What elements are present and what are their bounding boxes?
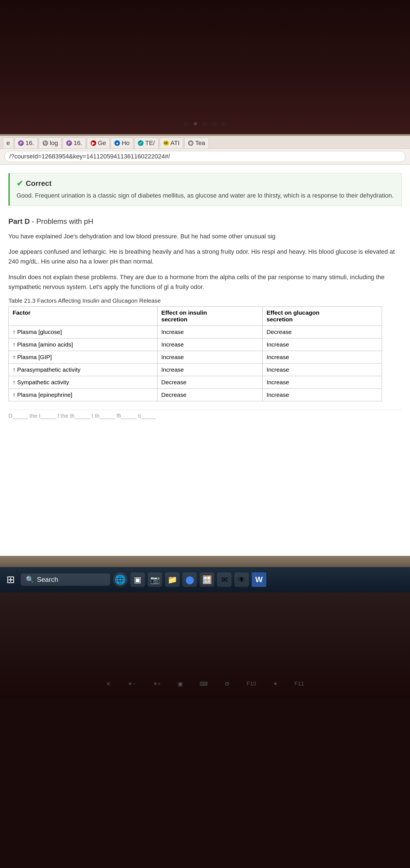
key-f10[interactable]: F10: [246, 680, 256, 687]
taskbar-mail-icon[interactable]: ✉: [217, 572, 232, 587]
correct-title: ✔ Correct: [17, 179, 394, 188]
camera-lens: [194, 122, 198, 126]
taskbar-chrome-icon[interactable]: ⬤: [182, 572, 197, 587]
browser-tabs: e P 16. ↻ log P 16. ▶ Ge ● Ho ✓ TE/ SE A…: [0, 136, 410, 149]
table-caption: Table 21.3 Factors Affecting Insulin and…: [8, 297, 402, 304]
tab-ho[interactable]: ● Ho: [111, 137, 133, 148]
taskbar-widget-icon[interactable]: 🌐: [113, 572, 127, 587]
tab-ho-label: Ho: [122, 140, 129, 147]
browser-content: ✔ Correct Good. Frequent urination is a …: [0, 164, 410, 556]
tab-te[interactable]: ✓ TE/: [134, 137, 158, 148]
tab-se-label: ATI: [171, 140, 180, 147]
camera-dot-1: [184, 122, 188, 126]
tab-yt[interactable]: ▶ Ge: [87, 137, 110, 148]
cell-glucagon-1: Increase: [263, 338, 382, 351]
partial-bottom-text: D_____ the t_____ f the th_____ t th____…: [8, 410, 402, 422]
video-icon: 📷: [150, 575, 160, 584]
tab-p2[interactable]: P 16.: [63, 137, 86, 148]
tab-log[interactable]: ↻ log: [39, 137, 61, 148]
correct-label: Correct: [26, 179, 52, 188]
table-header-row: Factor Effect on insulinsecretion Effect…: [9, 306, 382, 326]
tab-ho-icon: ●: [114, 140, 120, 146]
address-input[interactable]: /?courseId=12683954&key=1411205941136116…: [4, 151, 406, 162]
tab-te-label: TE/: [145, 140, 155, 147]
tab-log-icon: ↻: [42, 140, 48, 146]
cell-glucagon-0: Decrease: [263, 326, 382, 338]
tab-te-icon: ✓: [138, 140, 144, 146]
correct-banner: ✔ Correct Good. Frequent urination is a …: [8, 173, 402, 206]
tab-p2-label: 16.: [74, 140, 82, 147]
cell-glucagon-3: Increase: [263, 363, 382, 376]
laptop-top: [0, 0, 410, 134]
key-f11[interactable]: F11: [294, 680, 304, 687]
key-brightness-down[interactable]: ☀−: [127, 680, 136, 687]
taskbar-files-icon[interactable]: 📁: [165, 572, 180, 587]
chrome-icon: ⬤: [185, 575, 194, 584]
col-header-factor: Factor: [9, 306, 157, 326]
col-header-glucagon: Effect on glucagonsecretion: [263, 306, 382, 326]
part-d-bold: Part D: [8, 217, 30, 225]
store-icon: 🪟: [202, 575, 212, 584]
tab-e-label: e: [6, 140, 10, 147]
key-brightness-up[interactable]: ☀+: [153, 680, 161, 687]
tab-tea-icon: ⊕: [188, 140, 194, 146]
tab-p1[interactable]: P 16.: [14, 137, 38, 148]
cell-insulin-5: Decrease: [157, 389, 262, 401]
keyboard-function-row: ✕ ☀− ☀+ ▣ ⌨ ⚙ F10 ✦ F11: [0, 675, 410, 693]
body-paragraph-3: Insulin does not explain these problems.…: [8, 272, 402, 292]
camera-dot-2: [203, 122, 207, 126]
search-text: Search: [37, 576, 58, 584]
table-row: ↑ Plasma [glucose] Increase Decrease: [9, 326, 382, 338]
tab-se[interactable]: SE ATI: [160, 137, 183, 148]
part-d-rest: - Problems with pH: [30, 217, 93, 225]
tab-se-icon: SE: [163, 140, 169, 146]
correct-text: Good. Frequent urination is a classic si…: [17, 191, 394, 200]
cell-factor-0: ↑ Plasma [glucose]: [9, 326, 157, 338]
cell-insulin-4: Decrease: [157, 376, 262, 389]
windows-start-button[interactable]: ⊞: [3, 572, 18, 587]
col-header-insulin: Effect on insulinsecretion: [157, 306, 262, 326]
cell-insulin-1: Increase: [157, 338, 262, 351]
table-row: ↑ Sympathetic activity Decrease Increase: [9, 376, 382, 389]
cell-glucagon-2: Increase: [263, 351, 382, 363]
table-row: ↑ Plasma [epinephrine] Decrease Increase: [9, 389, 382, 401]
search-icon: 🔍: [26, 576, 34, 584]
body-paragraph-1: You have explained Joe's dehydration and…: [8, 231, 402, 241]
mail-icon: ✉: [221, 575, 228, 584]
factors-table: Factor Effect on insulinsecretion Effect…: [8, 306, 382, 401]
cell-factor-1: ↑ Plasma [amino acids]: [9, 338, 157, 351]
cell-glucagon-4: Increase: [263, 376, 382, 389]
taskbar-search-box[interactable]: 🔍 Search: [21, 574, 110, 586]
key-display[interactable]: ▣: [178, 680, 183, 687]
taskbar-word-icon[interactable]: W: [252, 572, 266, 587]
address-bar: /?courseId=12683954&key=1411205941136116…: [0, 149, 410, 164]
tab-tea[interactable]: ⊕ Tea: [184, 137, 209, 148]
tab-yt-label: Ge: [98, 140, 106, 147]
key-network[interactable]: ⌨: [200, 680, 208, 687]
table-row: ↑ Parasympathetic activity Increase Incr…: [9, 363, 382, 376]
cell-insulin-2: Increase: [157, 351, 262, 363]
tab-log-label: log: [50, 140, 58, 147]
taskbar-security-icon[interactable]: 👁: [234, 572, 249, 587]
folder-icon: 📁: [168, 575, 177, 584]
globe-icon: 🌐: [115, 574, 126, 585]
taskbar-taskview-icon[interactable]: ▣: [130, 572, 145, 587]
camera-dot-3: [212, 122, 216, 126]
screen-container: e P 16. ↻ log P 16. ▶ Ge ● Ho ✓ TE/ SE A…: [0, 134, 410, 556]
cell-factor-4: ↑ Sympathetic activity: [9, 376, 157, 389]
key-special-1[interactable]: ✕: [106, 680, 111, 687]
taskview-icon: ▣: [134, 575, 141, 584]
tab-e[interactable]: e: [3, 137, 13, 148]
taskbar-store-icon[interactable]: 🪟: [200, 572, 214, 587]
part-d-heading: Part D - Problems with pH: [8, 217, 402, 226]
taskbar: ⊞ 🔍 Search 🌐 ▣ 📷 📁 ⬤ 🪟 ✉ 👁 W: [0, 567, 410, 592]
taskbar-videocall-icon[interactable]: 📷: [148, 572, 162, 587]
cell-factor-2: ↑ Plasma [GIP]: [9, 351, 157, 363]
key-bluetooth[interactable]: ✦: [273, 680, 278, 687]
table-row: ↑ Plasma [GIP] Increase Increase: [9, 351, 382, 363]
cell-glucagon-5: Increase: [263, 389, 382, 401]
keyboard-area: ✕ ☀− ☀+ ▣ ⌨ ⚙ F10 ✦ F11: [0, 592, 410, 699]
cell-factor-3: ↑ Parasympathetic activity: [9, 363, 157, 376]
key-settings[interactable]: ⚙: [225, 680, 230, 687]
cell-insulin-0: Increase: [157, 326, 262, 338]
